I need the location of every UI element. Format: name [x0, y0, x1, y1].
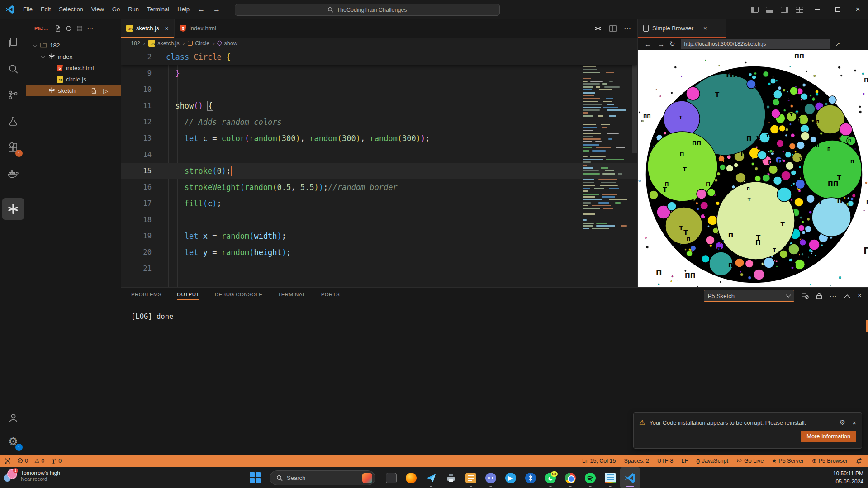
- breadcrumb-item-Circle[interactable]: Circle: [188, 40, 209, 47]
- sidebar-item-docker[interactable]: [2, 163, 24, 185]
- warnings-indicator[interactable]: ⚠ 0: [34, 457, 44, 464]
- p5-server-button[interactable]: ★ P5 Server: [772, 457, 804, 464]
- close-button[interactable]: ×: [848, 0, 868, 19]
- menu-selection[interactable]: Selection: [55, 4, 87, 14]
- editor-more-actions-icon[interactable]: ⋯: [624, 24, 631, 33]
- menu-run[interactable]: Run: [124, 4, 143, 14]
- tab-simple-browser[interactable]: Simple Browser ×: [638, 19, 726, 38]
- notification-close-icon[interactable]: ×: [852, 419, 856, 426]
- menu-help[interactable]: Help: [173, 4, 194, 14]
- output-channel-dropdown[interactable]: P5 Sketch: [704, 290, 794, 302]
- settings-button[interactable]: ⚙ 1: [2, 431, 24, 452]
- browser-forward-icon[interactable]: →: [655, 40, 667, 48]
- taskbar-app-window-app[interactable]: [381, 467, 401, 488]
- toggle-panel-icon[interactable]: [766, 7, 773, 13]
- sidebar-item-testing[interactable]: [2, 110, 24, 132]
- panel-tab-ports[interactable]: PORTS: [321, 292, 340, 300]
- sidebar-item-p5-sketch[interactable]: [2, 198, 24, 220]
- panel-tab-output[interactable]: OUTPUT: [177, 292, 199, 300]
- close-tab-icon[interactable]: ×: [703, 25, 707, 32]
- menu-go[interactable]: Go: [108, 4, 124, 14]
- taskbar-app-notepad[interactable]: [600, 467, 620, 488]
- tree-item-index.html[interactable]: 5index.html: [26, 62, 121, 74]
- sidebar-item-source-control[interactable]: [2, 84, 24, 106]
- toggle-secondary-sidebar-icon[interactable]: [781, 7, 788, 13]
- browser-back-icon[interactable]: ←: [642, 40, 654, 48]
- panel-more-actions-icon[interactable]: ⋯: [830, 292, 837, 300]
- clear-output-icon[interactable]: [802, 292, 809, 299]
- eol-sequence[interactable]: LF: [681, 458, 688, 464]
- taskbar-app-chrome[interactable]: [560, 467, 580, 488]
- maximize-panel-icon[interactable]: [844, 294, 850, 298]
- browser-reload-icon[interactable]: ↻: [669, 40, 676, 48]
- taskbar-app-whatsapp[interactable]: 50: [541, 467, 560, 488]
- code-editor[interactable]: 9}1011show() {12// Adds random colors13l…: [121, 49, 637, 287]
- sidebar-item-explorer[interactable]: [2, 32, 24, 53]
- taskbar-app-discord[interactable]: [481, 467, 501, 488]
- tree-item-circle.js[interactable]: JScircle.js: [26, 74, 121, 85]
- history-back-icon[interactable]: ←: [194, 5, 209, 14]
- refresh-icon[interactable]: [66, 25, 72, 32]
- menu-edit[interactable]: Edit: [37, 4, 55, 14]
- menu-view[interactable]: View: [87, 4, 108, 14]
- more-information-button[interactable]: More Information: [801, 431, 856, 442]
- browser-more-actions-icon[interactable]: ⋯: [855, 24, 862, 32]
- breadcrumb-item-182[interactable]: 182: [131, 40, 140, 47]
- close-panel-icon[interactable]: ×: [858, 292, 862, 300]
- errors-indicator[interactable]: 0: [17, 458, 28, 464]
- notifications-bell[interactable]: [856, 458, 862, 464]
- cursor-position[interactable]: Ln 15, Col 15: [582, 458, 616, 464]
- tree-item-sketch[interactable]: sketch▷: [26, 85, 121, 96]
- taskbar-app-vscode[interactable]: [620, 467, 640, 488]
- customize-layout-icon[interactable]: [796, 7, 803, 13]
- maximize-button[interactable]: [827, 0, 848, 19]
- remote-indicator[interactable]: [5, 458, 11, 464]
- minimize-button[interactable]: [807, 0, 827, 19]
- tab-sketch.js[interactable]: JSsketch.js×: [121, 19, 175, 38]
- panel-tab-debug-console[interactable]: DEBUG CONSOLE: [215, 292, 263, 300]
- indentation[interactable]: Spaces: 2: [624, 458, 649, 464]
- open-preview-icon[interactable]: [91, 88, 97, 94]
- new-file-icon[interactable]: [55, 25, 61, 32]
- tree-item-182[interactable]: 182: [26, 40, 121, 51]
- taskbar-app-office-app[interactable]: [461, 467, 481, 488]
- taskbar-app-paper-plane[interactable]: [421, 467, 441, 488]
- lock-icon[interactable]: [816, 293, 822, 299]
- ports-indicator[interactable]: 0: [51, 458, 62, 464]
- breadcrumb-item-sketch.js[interactable]: JSsketch.js: [148, 40, 180, 47]
- accounts-button[interactable]: [2, 407, 24, 429]
- tab-index.html[interactable]: 5index.html: [175, 19, 222, 38]
- split-editor-icon[interactable]: [609, 25, 617, 32]
- close-tab-icon[interactable]: ×: [165, 25, 169, 32]
- sidebar-item-extensions[interactable]: 1: [2, 137, 24, 158]
- panel-tab-terminal[interactable]: TERMINAL: [278, 292, 305, 300]
- minimap[interactable]: [581, 49, 631, 266]
- taskbar-app-bluetooth[interactable]: [521, 467, 541, 488]
- menu-file[interactable]: File: [19, 4, 37, 14]
- open-external-icon[interactable]: ↗: [835, 41, 840, 47]
- p5-browser-button[interactable]: ⊕ P5 Browser: [812, 457, 848, 464]
- sidebar-item-search[interactable]: [2, 58, 24, 80]
- command-center-search[interactable]: TheCodingTrain Challenges: [235, 4, 500, 16]
- taskbar-app-telegram[interactable]: [501, 467, 521, 488]
- encoding[interactable]: UTF-8: [657, 458, 673, 464]
- run-sketch-icon[interactable]: ▷: [103, 87, 108, 95]
- tree-item-index[interactable]: index: [26, 51, 121, 62]
- url-input[interactable]: http://localhost:3000/182\sketch.js: [681, 39, 830, 49]
- taskbar-search[interactable]: Search: [270, 470, 375, 485]
- p5-run-icon[interactable]: [594, 24, 602, 33]
- start-button[interactable]: [250, 472, 261, 483]
- toggle-sidebar-icon[interactable]: [751, 7, 759, 13]
- taskbar-app-firefox[interactable]: [401, 467, 421, 488]
- breadcrumb-item-show[interactable]: show: [218, 40, 237, 47]
- notification-settings-icon[interactable]: ⚙: [840, 418, 845, 426]
- history-forward-icon[interactable]: →: [209, 5, 224, 14]
- language-mode[interactable]: {} JavaScript: [696, 458, 728, 464]
- more-actions-icon[interactable]: ⋯: [87, 25, 94, 32]
- taskbar-app-spotify[interactable]: [580, 467, 600, 488]
- panel-tab-problems[interactable]: PROBLEMS: [131, 292, 161, 300]
- collapse-folders-icon[interactable]: [76, 25, 83, 32]
- weather-widget[interactable]: 1 Tomorrow's high Near record: [4, 469, 60, 483]
- go-live-button[interactable]: Go Live: [736, 458, 764, 464]
- menu-terminal[interactable]: Terminal: [143, 4, 173, 14]
